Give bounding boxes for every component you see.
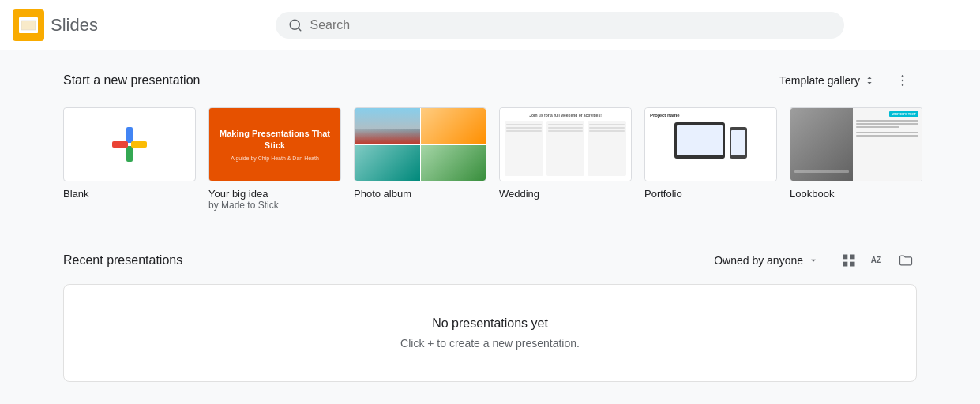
owned-by-label: Owned by anyone <box>714 254 803 267</box>
app-name: Slides <box>51 15 98 36</box>
recent-header: Recent presentations Owned by anyone <box>63 249 917 271</box>
empty-sub: Click + to create a new presentation. <box>400 337 580 350</box>
template-label-lookbook: Lookbook <box>790 188 922 200</box>
template-gallery-label: Template gallery <box>779 74 860 87</box>
template-card-portfolio[interactable]: Project name Portfolio <box>644 107 777 211</box>
big-idea-thumb: Making Presentations That Stick A guide … <box>208 107 341 181</box>
photo-album-thumb <box>354 107 486 181</box>
svg-line-5 <box>298 28 300 30</box>
big-idea-title-text: Making Presentations That Stick <box>217 128 332 151</box>
dropdown-arrow-icon <box>808 255 819 266</box>
grid-view-button[interactable] <box>838 249 860 271</box>
templates-section: Start a new presentation Template galler… <box>0 50 980 230</box>
templates-header: Start a new presentation Template galler… <box>63 66 917 95</box>
template-label-portfolio: Portfolio <box>644 188 777 200</box>
wedding-thumb: Join us for a full weekend of activities… <box>499 107 632 181</box>
owned-by-button[interactable]: Owned by anyone <box>708 251 825 270</box>
template-label-photo-album: Photo album <box>354 188 486 200</box>
big-idea-sub-text: A guide by Chip Heath & Dan Heath <box>231 155 319 161</box>
templates-actions: Template gallery <box>773 66 917 95</box>
portfolio-thumb: Project name <box>644 107 777 181</box>
grid-view-icon <box>841 252 857 268</box>
svg-rect-15 <box>843 262 848 267</box>
template-card-wedding[interactable]: Join us for a full weekend of activities… <box>499 107 632 211</box>
svg-rect-10 <box>126 146 133 162</box>
template-card-blank[interactable]: Blank <box>63 107 196 211</box>
lookbook-thumb: WRITER'S TEXT <box>790 107 922 181</box>
slides-logo-icon <box>13 9 44 41</box>
templates-grid: Blank Making Presentations That Stick A … <box>63 107 917 211</box>
template-sublabel-big-idea: by Made to Stick <box>208 200 341 211</box>
svg-rect-13 <box>843 255 848 260</box>
svg-rect-14 <box>850 255 855 260</box>
svg-text:AZ: AZ <box>871 256 881 264</box>
search-icon <box>288 18 302 32</box>
portfolio-header: Project name <box>650 113 680 118</box>
svg-rect-16 <box>850 262 855 267</box>
more-options-button[interactable] <box>888 66 917 95</box>
template-card-big-idea[interactable]: Making Presentations That Stick A guide … <box>208 107 341 211</box>
sort-az-icon: AZ <box>869 252 885 268</box>
folder-view-button[interactable] <box>895 249 917 271</box>
blank-thumb <box>63 107 196 181</box>
search-bar <box>276 12 844 39</box>
recent-title: Recent presentations <box>63 253 182 267</box>
search-input[interactable] <box>310 18 832 32</box>
empty-title: No presentations yet <box>432 316 548 331</box>
template-label-blank: Blank <box>63 188 196 200</box>
sort-az-button[interactable]: AZ <box>866 249 888 271</box>
recent-controls: Owned by anyone <box>708 249 917 271</box>
view-icons: AZ <box>838 249 917 271</box>
template-card-lookbook[interactable]: WRITER'S TEXT Lookbook <box>790 107 922 211</box>
template-gallery-button[interactable]: Template gallery <box>773 71 882 90</box>
empty-state: No presentations yet Click + to create a… <box>63 284 917 382</box>
main-content: Start a new presentation Template galler… <box>0 50 980 401</box>
templates-title: Start a new presentation <box>63 73 200 88</box>
svg-point-6 <box>902 75 904 77</box>
svg-rect-12 <box>131 141 147 148</box>
wedding-header: Join us for a full weekend of activities… <box>505 113 626 118</box>
template-label-wedding: Wedding <box>499 188 632 200</box>
plus-icon <box>109 124 150 165</box>
svg-point-7 <box>902 80 904 82</box>
sort-arrows-icon <box>863 74 876 87</box>
lookbook-tag: WRITER'S TEXT <box>889 111 918 117</box>
svg-rect-11 <box>112 141 128 148</box>
template-card-photo-album[interactable]: Photo album <box>354 107 486 211</box>
svg-point-8 <box>902 84 904 87</box>
logo-area: Slides <box>13 9 139 41</box>
app-header: Slides <box>0 0 980 50</box>
svg-rect-2 <box>21 21 36 30</box>
folder-icon <box>898 252 914 268</box>
more-vertical-icon <box>895 73 911 88</box>
template-label-big-idea: Your big idea <box>208 188 341 200</box>
svg-rect-9 <box>126 127 133 143</box>
recent-section: Recent presentations Owned by anyone <box>0 230 980 401</box>
